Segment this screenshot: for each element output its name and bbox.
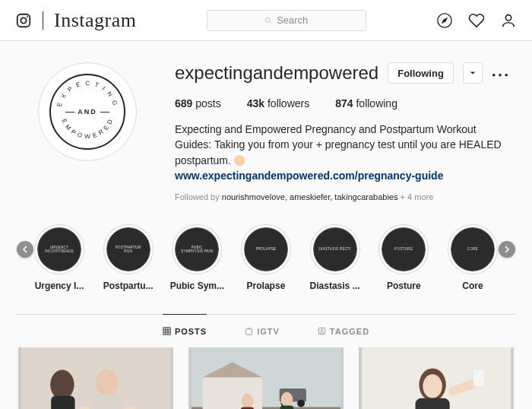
bio-link[interactable]: www.expectingandempowered.com/pregnancy-… — [175, 170, 443, 182]
svg-point-22 — [50, 370, 74, 400]
svg-point-2 — [27, 16, 28, 17]
highlight-item[interactable]: ProlapseProlapse — [237, 227, 295, 291]
tagged-icon — [318, 327, 326, 335]
highlight-item[interactable]: Urgency IncontinenceUrgency I... — [30, 227, 88, 291]
heart-icon[interactable] — [468, 12, 485, 29]
svg-point-11 — [499, 73, 502, 76]
avatar[interactable]: E X P E C T I N G E M P O W E R E D AND — [38, 62, 137, 161]
svg-marker-6 — [442, 18, 447, 23]
search-input[interactable]: Search — [207, 10, 366, 31]
post-thumbnail[interactable] — [359, 347, 514, 409]
ellipsis-icon — [492, 73, 508, 78]
avatar-container: E X P E C T I N G E M P O W E R E D AND — [23, 62, 152, 201]
divider — [43, 11, 43, 30]
highlight-item[interactable]: CoreCore — [444, 227, 502, 291]
following-stat[interactable]: 874 following — [335, 97, 397, 109]
profile-title-row: expectingandempowered Following — [175, 62, 509, 84]
highlight-label: Pubic Sym... — [170, 281, 224, 291]
post-thumbnail[interactable] — [188, 347, 344, 409]
caret-down-icon — [470, 70, 476, 76]
tab-posts[interactable]: Posts — [163, 314, 207, 347]
profile-icon[interactable] — [500, 12, 517, 29]
post-thumbnail[interactable] — [18, 347, 173, 409]
svg-point-3 — [265, 17, 270, 22]
followers-stat[interactable]: 43k followers — [247, 97, 310, 109]
followed-by-names[interactable]: nourishmovelove, ameskiefer, takingcarab… — [222, 192, 398, 201]
highlight-item[interactable]: Postpartum RunPostpartu... — [100, 227, 157, 291]
svg-rect-0 — [17, 14, 30, 27]
svg-point-1 — [21, 17, 26, 23]
explore-icon[interactable] — [436, 12, 453, 29]
svg-point-45 — [423, 374, 442, 398]
profile-bio: Expecting and Empowered Pregnancy and Po… — [175, 122, 509, 183]
svg-line-4 — [269, 21, 271, 24]
top-right — [436, 12, 517, 29]
svg-rect-32 — [203, 377, 262, 409]
profile-tabs: Posts IGTV Tagged — [15, 314, 517, 347]
svg-rect-40 — [280, 406, 294, 409]
top-left: Instagram — [15, 9, 136, 32]
username: expectingandempowered — [175, 62, 378, 84]
highlight-item[interactable]: Pubic Symphysis PainPubic Sym... — [168, 227, 226, 291]
baby-emoji-icon — [234, 155, 245, 166]
search-icon — [264, 17, 272, 24]
followed-by: Followed by nourishmovelove, ameskiefer,… — [175, 192, 509, 201]
highlight-label: Postpartu... — [103, 281, 154, 291]
highlights-section: Urgency IncontinenceUrgency I... Postpar… — [15, 220, 517, 314]
svg-point-12 — [505, 73, 508, 76]
svg-rect-48 — [473, 370, 484, 387]
highlight-label: Diastasis ... — [310, 281, 360, 291]
highlight-label: Prolapse — [247, 281, 286, 291]
svg-point-24 — [96, 369, 118, 398]
grid-icon — [163, 327, 171, 335]
profile-content: E X P E C T I N G E M P O W E R E D AND … — [15, 41, 517, 409]
instagram-glyph-icon[interactable] — [15, 12, 32, 29]
profile-header: E X P E C T I N G E M P O W E R E D AND … — [15, 62, 517, 220]
bio-text: Expecting and Empowered Pregnancy and Po… — [175, 123, 502, 166]
tab-igtv[interactable]: IGTV — [245, 314, 280, 347]
highlights-row: Urgency IncontinenceUrgency I... Postpar… — [15, 227, 517, 291]
svg-point-36 — [297, 400, 305, 407]
suggested-dropdown-button[interactable] — [463, 62, 483, 84]
tab-tagged[interactable]: Tagged — [318, 314, 369, 347]
search-placeholder: Search — [277, 14, 308, 26]
svg-text:E X P E C T I N G: E X P E C T I N G — [56, 80, 119, 108]
highlight-item[interactable]: Diastasis RectiDiastasis ... — [306, 227, 364, 291]
instagram-logo[interactable]: Instagram — [54, 9, 136, 32]
highlight-item[interactable]: PosturePosture — [375, 227, 432, 291]
igtv-icon — [245, 327, 253, 335]
highlight-label: Urgency I... — [35, 281, 84, 291]
svg-rect-18 — [246, 329, 252, 334]
svg-rect-25 — [94, 395, 121, 409]
svg-point-37 — [242, 394, 254, 409]
posts-grid — [15, 347, 517, 409]
svg-point-7 — [505, 14, 511, 20]
svg-point-39 — [281, 392, 293, 407]
svg-rect-23 — [51, 396, 74, 409]
more-options-button[interactable] — [492, 66, 508, 80]
svg-rect-46 — [416, 398, 450, 409]
svg-text:E M P O W E R E D: E M P O W E R E D — [61, 118, 115, 140]
highlight-label: Core — [462, 281, 483, 291]
following-button[interactable]: Following — [388, 62, 454, 84]
chevron-right-icon — [503, 246, 511, 253]
chevron-left-icon — [21, 246, 29, 253]
svg-point-20 — [321, 329, 323, 331]
avatar-center-text: AND — [78, 108, 97, 116]
svg-point-10 — [492, 73, 496, 76]
svg-rect-13 — [163, 328, 170, 334]
top-nav: Instagram Search — [0, 0, 532, 41]
posts-stat: 689 posts — [175, 97, 221, 109]
profile-stats: 689 posts 43k followers 874 following — [175, 97, 509, 109]
highlight-label: Posture — [387, 281, 421, 291]
profile-info: expectingandempowered Following 689 post… — [175, 62, 509, 201]
